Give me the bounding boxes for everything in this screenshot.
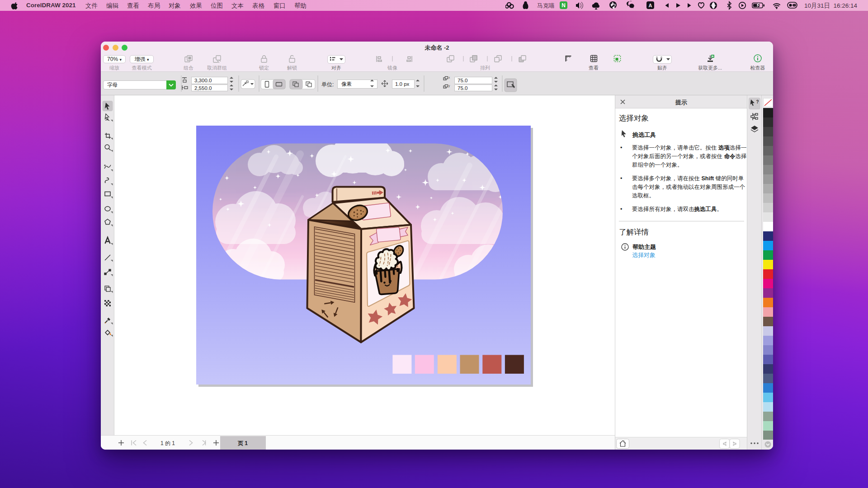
svg-text:A: A: [649, 3, 652, 8]
svg-text:N: N: [561, 2, 566, 9]
svg-text:1 的 1: 1 的 1: [160, 440, 175, 446]
svg-text:y: y: [448, 84, 450, 88]
svg-text:x: x: [448, 76, 450, 79]
svg-text:页 1: 页 1: [237, 440, 248, 446]
svg-text:?: ?: [756, 99, 759, 104]
